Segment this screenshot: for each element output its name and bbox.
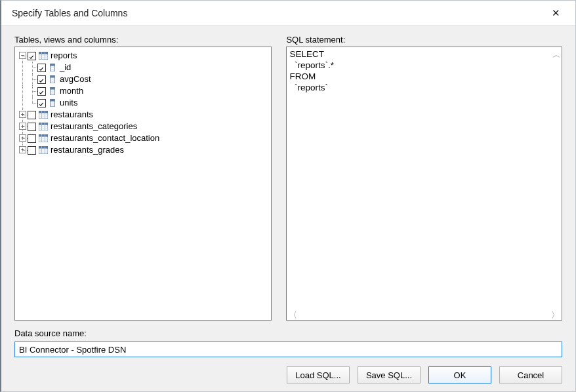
cancel-button[interactable]: Cancel <box>499 366 562 383</box>
tree-node-column[interactable]: _id <box>18 62 271 73</box>
button-row: Load SQL... Save SQL... OK Cancel <box>14 366 562 383</box>
tree-node-restaurants-contact-location[interactable]: + restaurants_contact_location <box>18 132 271 144</box>
checkbox-column[interactable] <box>37 87 46 96</box>
panes-row: Tables, views and columns: − reports <box>14 35 562 321</box>
ok-button[interactable]: OK <box>428 366 491 383</box>
sql-textarea[interactable]: SELECT `reports`.* FROM `reports` <box>289 49 551 309</box>
expand-icon[interactable]: + <box>19 146 26 153</box>
table-icon <box>39 52 48 60</box>
tree-connector: − <box>18 50 28 62</box>
tree-connector <box>28 73 37 85</box>
scroll-up-icon[interactable]: ︿ <box>551 47 562 63</box>
sql-label: SQL statement: <box>286 35 562 47</box>
tree-node-restaurants-categories[interactable]: + restaurants_categories <box>18 121 271 132</box>
table-icon <box>39 134 48 142</box>
scrollbar-horizontal[interactable]: 〈 〉 <box>287 309 562 320</box>
tree-connector: + <box>18 132 28 144</box>
checkbox-restaurants-grades[interactable] <box>28 146 36 155</box>
table-icon <box>39 123 48 130</box>
checkbox-restaurants-contact-location[interactable] <box>28 134 36 143</box>
tree-label-reports: reports <box>51 50 77 62</box>
expand-icon[interactable]: + <box>19 111 26 118</box>
tree-node-column[interactable]: month <box>18 85 271 97</box>
dsn-section: Data source name: <box>14 328 562 357</box>
tree-connector: + <box>18 144 28 156</box>
tree-label-column: month <box>60 85 83 97</box>
tree-node-reports[interactable]: − reports <box>18 50 271 62</box>
column-icon <box>49 87 56 95</box>
checkbox-column[interactable] <box>37 99 46 108</box>
sql-pane: SQL statement: SELECT `reports`.* FROM `… <box>286 35 562 321</box>
close-icon[interactable]: ✕ <box>543 3 569 23</box>
sql-box: SELECT `reports`.* FROM `reports` ︿ 〈 〉 <box>286 47 562 321</box>
tree-label-column: units <box>60 97 77 109</box>
column-icon <box>49 75 56 83</box>
tree-connector: + <box>18 109 28 121</box>
tree-box[interactable]: − reports _id <box>14 47 272 321</box>
expand-icon[interactable]: + <box>19 123 26 130</box>
column-icon <box>49 99 56 107</box>
tree-spacer <box>18 97 28 109</box>
column-icon <box>49 64 56 71</box>
tree-label-restaurants-contact-location: restaurants_contact_location <box>51 132 159 144</box>
dsn-label: Data source name: <box>14 328 562 340</box>
tree-spacer <box>18 62 28 73</box>
checkbox-reports[interactable] <box>28 52 36 60</box>
dialog-content: Tables, views and columns: − reports <box>1 26 575 391</box>
collapse-icon[interactable]: − <box>19 52 26 59</box>
dialog-window: Specify Tables and Columns ✕ Tables, vie… <box>0 0 576 392</box>
dialog-title: Specify Tables and Columns <box>12 8 543 18</box>
table-icon <box>39 111 48 119</box>
tree-node-column[interactable]: avgCost <box>18 73 271 85</box>
tree-node-column[interactable]: units <box>18 97 271 109</box>
scroll-right-icon[interactable]: 〉 <box>551 309 560 320</box>
tree: − reports _id <box>15 47 271 156</box>
tree-connector <box>28 85 37 97</box>
tree-label-column: avgCost <box>60 73 91 85</box>
checkbox-restaurants-categories[interactable] <box>28 123 36 131</box>
tree-label: Tables, views and columns: <box>14 35 272 47</box>
tree-connector: + <box>18 121 28 132</box>
titlebar: Specify Tables and Columns ✕ <box>1 1 575 26</box>
tree-node-restaurants[interactable]: + restaurants <box>18 109 271 121</box>
tree-node-restaurants-grades[interactable]: + restaurants_grades <box>18 144 271 156</box>
tree-pane: Tables, views and columns: − reports <box>14 35 272 321</box>
expand-icon[interactable]: + <box>19 134 26 142</box>
checkbox-restaurants[interactable] <box>28 111 36 119</box>
save-sql-button[interactable]: Save SQL... <box>358 366 421 383</box>
dsn-input[interactable] <box>14 342 562 357</box>
checkbox-column[interactable] <box>37 64 46 72</box>
checkbox-column[interactable] <box>37 75 46 84</box>
tree-spacer <box>18 85 28 97</box>
tree-label-restaurants-grades: restaurants_grades <box>51 144 124 156</box>
tree-label-column: _id <box>60 62 71 73</box>
tree-connector <box>28 62 37 73</box>
tree-label-restaurants: restaurants <box>51 109 93 121</box>
load-sql-button[interactable]: Load SQL... <box>287 366 350 383</box>
tree-spacer <box>18 73 28 85</box>
scroll-left-icon[interactable]: 〈 <box>289 309 297 320</box>
table-icon <box>39 146 48 154</box>
tree-connector <box>28 97 37 109</box>
tree-label-restaurants-categories: restaurants_categories <box>51 121 137 132</box>
